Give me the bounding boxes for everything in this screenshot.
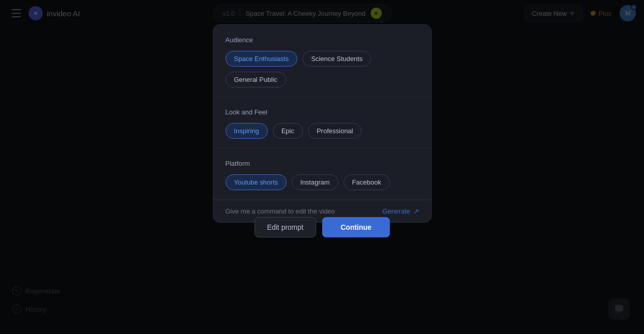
- tag-professional[interactable]: Professional: [308, 123, 362, 139]
- continue-button[interactable]: Continue: [322, 217, 390, 237]
- generate-button[interactable]: Generate ↗: [382, 207, 418, 215]
- look-feel-tags: Inspiring Epic Professional: [226, 123, 419, 139]
- tag-general-public[interactable]: General Public: [226, 72, 286, 87]
- platform-label: Platform: [226, 160, 419, 167]
- tag-instagram[interactable]: Instagram: [292, 174, 339, 190]
- audience-section: Audience Space Enthusiasts Science Stude…: [213, 25, 431, 97]
- settings-modal: Audience Space Enthusiasts Science Stude…: [213, 24, 432, 223]
- look-feel-section: Look and Feel Inspiring Epic Professiona…: [213, 97, 431, 148]
- generate-label: Generate: [382, 207, 410, 215]
- tag-inspiring[interactable]: Inspiring: [226, 123, 268, 139]
- tag-science-students[interactable]: Science Students: [302, 51, 371, 67]
- platform-section: Platform Youtube shorts Instagram Facebo…: [213, 148, 431, 200]
- tag-space-enthusiasts[interactable]: Space Enthusiasts: [226, 51, 298, 67]
- look-feel-label: Look and Feel: [226, 108, 419, 116]
- command-input[interactable]: [226, 207, 378, 215]
- platform-tags: Youtube shorts Instagram Facebook: [226, 174, 419, 190]
- audience-label: Audience: [226, 36, 419, 44]
- tag-facebook[interactable]: Facebook: [344, 174, 390, 190]
- tag-youtube-shorts[interactable]: Youtube shorts: [226, 174, 287, 190]
- generate-arrow-icon: ↗: [413, 207, 419, 215]
- edit-prompt-button[interactable]: Edit prompt: [254, 217, 316, 237]
- tag-epic[interactable]: Epic: [273, 123, 303, 139]
- action-buttons-row: Edit prompt Continue: [254, 217, 389, 237]
- audience-tags: Space Enthusiasts Science Students Gener…: [226, 51, 419, 87]
